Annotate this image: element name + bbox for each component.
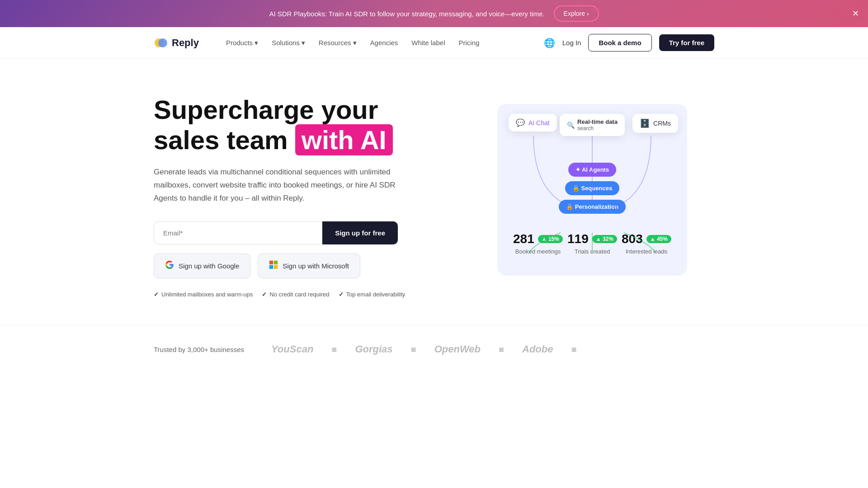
realtime-card: 🔍 Real-time data search <box>560 114 625 136</box>
dashboard-card: 💬 AI Chat 🔍 Real-time data search 🗄️ CRM… <box>497 104 687 276</box>
login-button[interactable]: Log In <box>562 39 581 47</box>
stats-row: 281 ▲ 15% Booked meetings 119 ▲ 32% Tria… <box>511 232 674 255</box>
realtime-label: Real-time data <box>577 118 618 125</box>
email-form: Sign up for free <box>154 221 398 244</box>
search-icon: 🔍 <box>567 122 575 129</box>
hero-title: Supercharge your sales team with AI <box>154 95 461 155</box>
svg-rect-4 <box>269 265 273 269</box>
nav-right: 🌐 Log In Book a demo Try for free <box>544 34 714 52</box>
stat-badge: ▲ 45% <box>646 235 671 243</box>
nav-products[interactable]: Products ▾ <box>226 39 258 47</box>
check-icon: ✓ <box>154 291 159 298</box>
hero-left: Supercharge your sales team with AI Gene… <box>154 95 461 298</box>
google-signup-button[interactable]: Sign up with Google <box>154 253 250 278</box>
nav-pricing[interactable]: Pricing <box>458 39 479 47</box>
chat-icon: 💬 <box>516 118 525 127</box>
trusted-label: Trusted by 3,000+ businesses <box>154 346 244 353</box>
nav-solutions[interactable]: Solutions ▾ <box>272 39 305 47</box>
hero-subtitle: Generate leads via multichannel conditio… <box>154 166 407 205</box>
check-icon: ✓ <box>262 291 267 298</box>
sequences-pill: 🔒 Sequences <box>565 181 619 195</box>
ai-chat-card: 💬 AI Chat <box>509 114 557 131</box>
check-icon: ✓ <box>339 291 344 298</box>
stat-badge: ▲ 32% <box>592 235 617 243</box>
microsoft-icon <box>269 260 278 272</box>
nav-links: Products ▾ Solutions ▾ Resources ▾ Agenc… <box>226 39 526 47</box>
brand-openweb: OpenWeb <box>434 343 481 355</box>
hero-highlight: with AI <box>295 124 393 155</box>
crm-card: 🗄️ CRMs <box>632 114 678 133</box>
social-buttons: Sign up with Google Sign up with Microso… <box>154 253 461 278</box>
nav-white-label[interactable]: White label <box>411 39 445 47</box>
ai-agents-pill: ✦ AI Agents <box>568 163 616 177</box>
separator: ■ <box>331 344 337 355</box>
separator: ■ <box>499 344 504 355</box>
explore-button[interactable]: Explore › <box>554 5 599 22</box>
feature-deliverability: ✓ Top email deliverability <box>339 291 406 298</box>
stat-booked-meetings: 281 ▲ 15% Booked meetings <box>513 232 563 255</box>
hero-section: Supercharge your sales team with AI Gene… <box>0 59 868 325</box>
features-list: ✓ Unlimited mailboxes and warm-ups ✓ No … <box>154 291 461 298</box>
chevron-down-icon: ▾ <box>302 39 305 47</box>
svg-rect-2 <box>269 261 273 264</box>
stat-interested-leads: 803 ▲ 45% Interested leads <box>622 232 671 255</box>
email-input[interactable] <box>154 221 322 244</box>
svg-rect-5 <box>274 265 278 269</box>
google-icon <box>165 260 174 272</box>
brand-adobe: Adobe <box>522 343 553 355</box>
svg-point-1 <box>158 38 167 47</box>
personalization-pill: 🔒 Personalization <box>559 200 626 214</box>
separator: ■ <box>571 344 576 355</box>
logo[interactable]: Reply <box>154 36 199 50</box>
brand-logos: YouScan ■ Gorgias ■ OpenWeb ■ Adobe ■ <box>271 343 714 355</box>
microsoft-signup-label: Sign up with Microsoft <box>283 262 349 270</box>
feature-no-credit: ✓ No credit card required <box>262 291 329 298</box>
stat-badge: ▲ 15% <box>538 235 563 243</box>
feature-mailboxes: ✓ Unlimited mailboxes and warm-ups <box>154 291 253 298</box>
top-banner: AI SDR Playbooks: Train AI SDR to follow… <box>0 0 868 27</box>
close-banner-button[interactable]: ✕ <box>852 9 859 19</box>
brand-gorgias: Gorgias <box>355 343 392 355</box>
stat-trials-created: 119 ▲ 32% Trials created <box>567 232 617 255</box>
logo-text: Reply <box>172 37 199 49</box>
hub-area: ✦ AI Agents 🔒 Sequences 🔒 Personalizatio… <box>511 163 674 214</box>
realtime-sub: search <box>577 125 618 131</box>
crm-label: CRMs <box>653 120 671 127</box>
brand-youscan: YouScan <box>271 343 313 355</box>
svg-rect-3 <box>274 261 278 264</box>
chevron-down-icon: ▾ <box>353 39 357 47</box>
database-icon: 🗄️ <box>640 118 650 128</box>
signup-button[interactable]: Sign up for free <box>322 221 398 244</box>
nav-agencies[interactable]: Agencies <box>370 39 398 47</box>
trusted-section: Trusted by 3,000+ businesses YouScan ■ G… <box>0 325 868 373</box>
chevron-down-icon: ▾ <box>255 39 258 47</box>
banner-text: AI SDR Playbooks: Train AI SDR to follow… <box>269 10 544 18</box>
separator: ■ <box>411 344 416 355</box>
hero-right: 💬 AI Chat 🔍 Real-time data search 🗄️ CRM… <box>497 104 687 276</box>
globe-icon[interactable]: 🌐 <box>544 38 555 48</box>
ai-chat-label: AI Chat <box>528 119 550 127</box>
book-demo-button[interactable]: Book a demo <box>588 34 651 52</box>
google-signup-label: Sign up with Google <box>179 262 239 270</box>
microsoft-signup-button[interactable]: Sign up with Microsoft <box>258 253 360 278</box>
try-free-button[interactable]: Try for free <box>659 34 714 51</box>
nav-resources[interactable]: Resources ▾ <box>319 39 357 47</box>
navbar: Reply Products ▾ Solutions ▾ Resources ▾… <box>0 27 868 59</box>
